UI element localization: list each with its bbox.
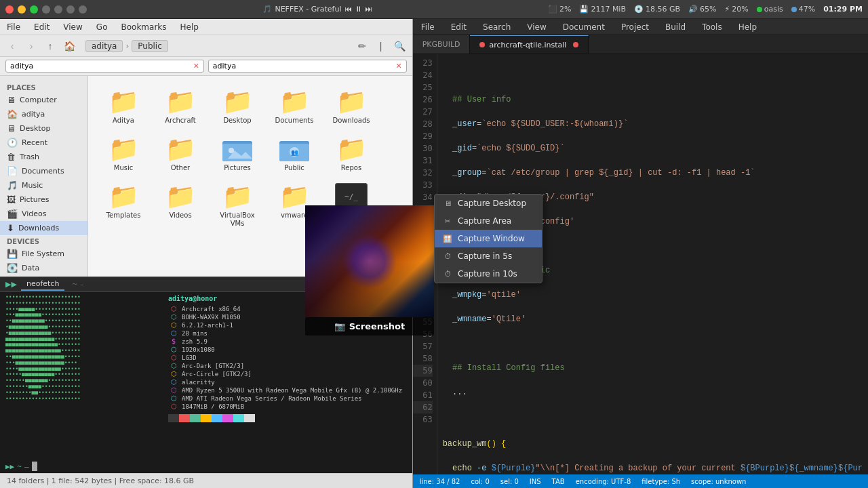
minimize-button[interactable] xyxy=(18,5,26,14)
sidebar-item-documents[interactable]: 📄 Documents xyxy=(0,164,87,178)
code-line-37 xyxy=(443,411,863,423)
folder-icon: 📁 xyxy=(278,88,311,115)
home-button[interactable]: 🏠 xyxy=(61,38,77,54)
window-controls xyxy=(5,5,87,14)
breadcrumb-sep: › xyxy=(125,41,129,51)
screenshot-preview xyxy=(305,205,434,317)
terminal-tab-prompt[interactable]: ~ – xyxy=(71,280,83,289)
sidebar-item-computer[interactable]: 🖥 Computer xyxy=(0,93,87,107)
fm-menu-go[interactable]: Go xyxy=(90,19,115,35)
edit-path-button[interactable]: ✏ xyxy=(354,38,370,54)
statusbar-tab: TAB xyxy=(552,478,565,485)
editor-menu-search[interactable]: Search xyxy=(475,19,519,35)
file-item-documents[interactable]: 📁 Documents xyxy=(267,84,321,129)
sidebar-item-aditya[interactable]: 🏠 aditya xyxy=(0,107,87,121)
context-menu-capture-window[interactable]: 🪟 Capture Window xyxy=(435,230,542,247)
sidebar-item-pictures[interactable]: 🖼 Pictures xyxy=(0,192,87,207)
folder-icon xyxy=(221,136,254,163)
sidebar-item-trash[interactable]: 🗑 Trash xyxy=(0,150,87,164)
file-item-pictures[interactable]: Pictures xyxy=(210,131,264,176)
music-sidebar-icon: 🎵 xyxy=(7,180,18,190)
editor-menu-project[interactable]: Project xyxy=(613,19,657,35)
new-tab-button[interactable]: | xyxy=(373,38,389,54)
fm-menu-edit[interactable]: Edit xyxy=(27,19,56,35)
breadcrumb-aditya[interactable]: aditya xyxy=(85,40,123,52)
left-location-input[interactable]: aditya ✕ xyxy=(5,60,204,73)
back-button[interactable]: ‹ xyxy=(4,38,20,54)
file-item-public[interactable]: 👥 Public xyxy=(267,131,321,176)
editor-menu-document[interactable]: Document xyxy=(555,19,613,35)
sidebar-item-recent[interactable]: 🕐 Recent xyxy=(0,136,87,150)
wm-button-2[interactable] xyxy=(54,5,62,14)
recent-icon: 🕐 xyxy=(7,138,18,148)
context-menu-capture-10s[interactable]: ⏱ Capture in 10s xyxy=(435,265,542,283)
file-item-music[interactable]: 📁 Music xyxy=(96,131,151,176)
code-line-24: ## User info xyxy=(443,94,863,106)
editor-menu-file[interactable]: File xyxy=(413,19,443,35)
tab-close-dot[interactable] xyxy=(573,42,578,47)
wm-button-3[interactable] xyxy=(66,5,75,14)
sysinfo-row: ⬡ Arc-Circle [GTK2/3] xyxy=(168,370,407,378)
filesystem-icon: 💾 xyxy=(7,249,18,259)
fm-location: aditya ✕ aditya ✕ xyxy=(0,57,412,76)
editor-tab-pkgbuild[interactable]: PKGBUILD xyxy=(413,35,471,54)
maximize-button[interactable] xyxy=(30,5,38,14)
up-button[interactable]: ↑ xyxy=(42,38,58,54)
sidebar-item-filesystem[interactable]: 💾 File System xyxy=(0,247,87,261)
forward-button[interactable]: › xyxy=(23,38,39,54)
sidebar-item-data[interactable]: 💽 Data xyxy=(0,261,87,275)
editor-menu-view[interactable]: View xyxy=(519,19,554,35)
sysinfo-row: ⬡ Arc-Dark [GTK2/3] xyxy=(168,362,407,369)
documents-icon: 📄 xyxy=(7,166,18,176)
wm-button-1[interactable] xyxy=(42,5,50,14)
volume-status[interactable]: 🔊 65% xyxy=(688,5,716,14)
file-item-downloads[interactable]: 📁 Downloads xyxy=(324,84,378,129)
sidebar-item-downloads[interactable]: ⬇ Downloads xyxy=(0,221,87,235)
search-button[interactable]: 🔍 xyxy=(392,38,408,54)
fm-menu-file[interactable]: File xyxy=(0,19,27,35)
editor-tab-install[interactable]: archcraft-qtile.install xyxy=(470,35,589,54)
statusbar-sel: sel: 0 xyxy=(500,478,519,485)
sidebar-label-music: Music xyxy=(22,181,43,190)
close-button[interactable] xyxy=(5,5,14,14)
editor-menu-tools[interactable]: Tools xyxy=(694,19,730,35)
left-location-close[interactable]: ✕ xyxy=(193,62,199,70)
wm-button-4[interactable] xyxy=(79,5,87,14)
editor-menu-help[interactable]: Help xyxy=(730,19,765,35)
fm-menu-help[interactable]: Help xyxy=(174,19,205,35)
prompt-tilde: ~ xyxy=(17,462,22,471)
file-item-videos[interactable]: 📁 Videos xyxy=(153,179,208,232)
prompt-symbol: ▶▶ xyxy=(5,462,14,471)
fm-menu-bookmarks[interactable]: Bookmarks xyxy=(114,19,173,35)
left-path-text: aditya xyxy=(10,62,33,70)
file-item-templates[interactable]: 📁 Templates xyxy=(96,179,151,232)
folder-icon: 📁 xyxy=(335,136,368,163)
media-prev[interactable]: ⏮ xyxy=(344,5,352,14)
context-menu-capture-5s[interactable]: ⏱ Capture in 5s xyxy=(435,247,542,265)
sidebar-item-desktop[interactable]: 🖥 Desktop xyxy=(0,121,87,136)
media-play[interactable]: ⏸ xyxy=(355,5,362,14)
context-menu-capture-area[interactable]: ✂ Capture Area xyxy=(435,212,542,230)
fm-menu-view[interactable]: View xyxy=(56,19,89,35)
context-menu-capture-desktop[interactable]: 🖥 Capture Desktop xyxy=(435,195,542,212)
file-item-other[interactable]: 📁 Other xyxy=(153,131,208,176)
terminal-tab-neofetch[interactable]: neofetch xyxy=(21,278,64,291)
sysinfo-row: ⬡ 1920x1080 xyxy=(168,346,407,353)
right-location-input[interactable]: aditya ✕ xyxy=(208,60,407,73)
file-label: Public xyxy=(284,164,304,172)
media-next[interactable]: ⏭ xyxy=(365,5,372,14)
file-item-desktop[interactable]: 📁 Desktop xyxy=(210,84,264,129)
statusbar-line: line: 34 / 82 xyxy=(420,478,460,485)
right-location-close[interactable]: ✕ xyxy=(395,62,401,70)
sidebar-label-videos: Videos xyxy=(22,209,47,218)
file-item-archcraft[interactable]: 📁 Archcraft xyxy=(153,84,208,129)
sidebar-item-music[interactable]: 🎵 Music xyxy=(0,178,87,192)
editor-menu-edit[interactable]: Edit xyxy=(443,19,475,35)
sidebar-item-videos[interactable]: 🎬 Videos xyxy=(0,207,87,221)
sysinfo-row: ⬡ alacritty xyxy=(168,378,407,386)
file-item-aditya[interactable]: 📁 Aditya xyxy=(96,84,151,129)
breadcrumb-public[interactable]: Public xyxy=(132,40,168,52)
file-item-virtualbox[interactable]: 📁 VirtualBox VMs xyxy=(210,179,264,232)
editor-menu-build[interactable]: Build xyxy=(657,19,694,35)
file-item-repos[interactable]: 📁 Repos xyxy=(324,131,378,176)
